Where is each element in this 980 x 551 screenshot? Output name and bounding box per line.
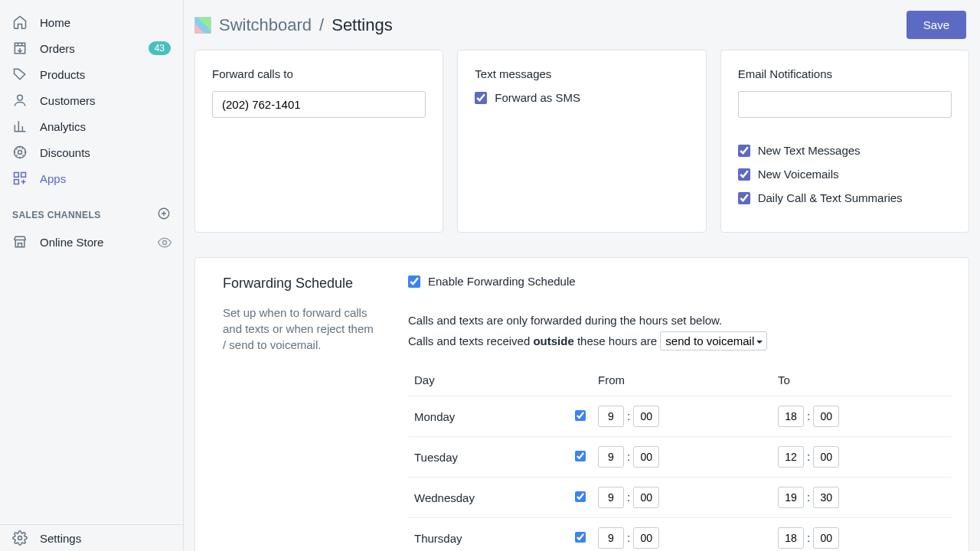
sidebar-item-orders[interactable]: Orders 43 (0, 35, 183, 61)
sidebar-item-online-store[interactable]: Online Store (0, 229, 183, 255)
day-label: Thursday (408, 518, 546, 552)
sidebar-item-analytics[interactable]: Analytics (0, 113, 183, 139)
card-title: Text messages (475, 67, 688, 80)
sidebar-item-products[interactable]: Products (0, 61, 183, 87)
from-hour-input[interactable] (598, 406, 624, 427)
day-enable-checkbox[interactable] (575, 532, 586, 543)
svg-point-2 (18, 151, 22, 155)
svg-rect-3 (15, 173, 19, 178)
svg-point-1 (15, 147, 26, 158)
sidebar-item-settings[interactable]: Settings (0, 525, 183, 551)
sales-channels-header: SALES CHANNELS (0, 191, 183, 229)
day-enable-checkbox[interactable] (575, 410, 586, 421)
from-min-input[interactable] (633, 446, 659, 468)
svg-point-7 (163, 241, 167, 245)
notify-label: New Voicemails (758, 168, 839, 181)
schedule-description: Set up when to forward calls and texts o… (223, 305, 376, 353)
home-icon (12, 15, 28, 30)
sidebar-item-label: Settings (40, 532, 171, 545)
forward-calls-card: Forward calls to (194, 50, 443, 233)
schedule-row: Wednesday:: (408, 478, 952, 518)
sidebar-item-label: Discounts (40, 146, 171, 159)
store-icon (12, 234, 28, 249)
col-to: To (772, 366, 952, 396)
day-label: Monday (408, 396, 546, 437)
col-from: From (592, 366, 772, 396)
app-logo-icon (194, 17, 211, 34)
sidebar-item-home[interactable]: Home (0, 9, 183, 35)
schedule-info-2: Calls and texts received outside these h… (408, 331, 952, 350)
email-input[interactable] (738, 91, 952, 118)
breadcrumb-app[interactable]: Switchboard (219, 15, 312, 35)
day-enable-checkbox[interactable] (575, 491, 586, 502)
view-store-icon[interactable] (157, 235, 171, 249)
to-min-input[interactable] (813, 406, 839, 427)
sidebar-item-discounts[interactable]: Discounts (0, 139, 183, 165)
to-hour-input[interactable] (778, 527, 804, 549)
notify-new-texts-checkbox[interactable] (738, 145, 750, 157)
card-title: Email Notifications (738, 67, 952, 80)
day-enable-checkbox[interactable] (575, 451, 586, 461)
sidebar: Home Orders 43 Products Customers Analyt… (0, 0, 184, 551)
from-hour-input[interactable] (598, 487, 624, 508)
sidebar-item-label: Home (40, 16, 171, 29)
add-channel-icon[interactable] (157, 207, 171, 223)
to-min-input[interactable] (813, 487, 839, 508)
email-notifications-card: Email Notifications New Text Messages Ne… (720, 50, 969, 233)
customers-icon (12, 93, 28, 108)
svg-point-8 (18, 536, 22, 540)
notify-label: Daily Call & Text Summaries (758, 191, 903, 204)
save-button[interactable]: Save (906, 11, 966, 39)
notify-new-voicemails-checkbox[interactable] (738, 168, 750, 181)
gear-icon (12, 530, 28, 546)
sidebar-item-label: Apps (40, 172, 171, 185)
sidebar-item-label: Analytics (40, 120, 171, 133)
to-min-input[interactable] (813, 446, 839, 468)
forward-calls-input[interactable] (212, 91, 426, 118)
to-hour-input[interactable] (778, 487, 804, 508)
day-label: Wednesday (408, 478, 546, 518)
breadcrumb-separator: / (319, 15, 324, 35)
main-content: Switchboard / Settings Save Forward call… (184, 0, 980, 551)
outside-hours-select[interactable]: send to voicemail (660, 331, 767, 350)
sidebar-item-label: Products (40, 68, 171, 81)
to-hour-input[interactable] (778, 446, 804, 468)
to-hour-input[interactable] (778, 406, 804, 427)
sidebar-item-label: Online Store (40, 236, 157, 249)
forward-sms-label: Forward as SMS (495, 91, 580, 104)
breadcrumb: Switchboard / Settings (194, 15, 393, 35)
discounts-icon (12, 145, 28, 160)
card-title: Forward calls to (212, 67, 426, 80)
svg-rect-5 (15, 180, 19, 184)
schedule-table: Day From To Monday::Tuesday::Wednesday::… (408, 366, 952, 551)
page-header: Switchboard / Settings Save (184, 0, 980, 50)
products-icon (12, 67, 28, 82)
orders-icon (12, 41, 28, 56)
analytics-icon (12, 119, 28, 134)
orders-badge: 43 (149, 41, 171, 55)
notify-daily-summary-checkbox[interactable] (738, 192, 750, 204)
sidebar-item-apps[interactable]: Apps (0, 165, 183, 191)
schedule-row: Tuesday:: (408, 437, 952, 478)
apps-icon (12, 171, 28, 186)
from-hour-input[interactable] (598, 446, 624, 468)
day-label: Tuesday (408, 437, 546, 478)
schedule-row: Thursday:: (408, 518, 952, 552)
enable-schedule-checkbox[interactable] (408, 276, 420, 288)
from-min-input[interactable] (633, 406, 659, 427)
sidebar-item-label: Customers (40, 94, 171, 107)
enable-schedule-label: Enable Forwarding Schedule (428, 275, 576, 288)
col-day: Day (408, 366, 546, 396)
svg-rect-4 (21, 173, 26, 178)
schedule-heading: Forwarding Schedule (223, 275, 376, 292)
from-hour-input[interactable] (598, 527, 624, 549)
from-min-input[interactable] (633, 527, 659, 549)
forward-sms-checkbox[interactable] (475, 92, 487, 104)
breadcrumb-current: Settings (332, 15, 393, 35)
schedule-info-1: Calls and texts are only forwarded durin… (408, 314, 952, 327)
sidebar-item-customers[interactable]: Customers (0, 87, 183, 113)
sidebar-item-label: Orders (40, 42, 149, 55)
to-min-input[interactable] (813, 527, 839, 549)
svg-point-0 (18, 95, 23, 100)
from-min-input[interactable] (633, 487, 659, 508)
